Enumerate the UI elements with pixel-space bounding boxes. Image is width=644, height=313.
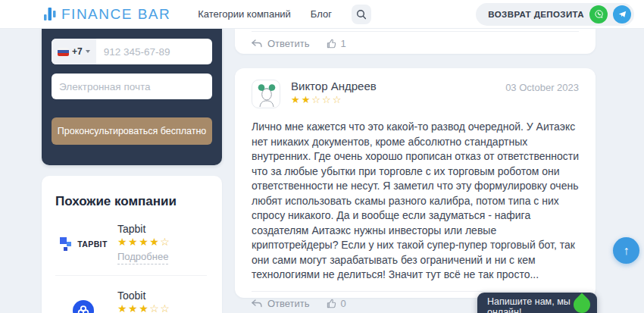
like-button[interactable]: 0 [327, 298, 346, 309]
deposit-return-button[interactable]: ВОЗВРАТ ДЕПОЗИТА [476, 3, 634, 26]
email-field [52, 74, 212, 99]
search-button[interactable] [352, 5, 371, 24]
deposit-return-label: ВОЗВРАТ ДЕПОЗИТА [488, 10, 584, 19]
divider [252, 291, 579, 292]
company-row-toobit[interactable]: Toobit ★★★☆☆ Подробнее [55, 290, 207, 313]
tapbit-wordmark: TAPBIT [77, 239, 108, 249]
russia-flag-icon [58, 48, 69, 56]
reply-arrow-icon [252, 299, 262, 308]
phone-input[interactable] [96, 39, 212, 64]
company-rating: ★★★★☆ [117, 236, 170, 248]
like-count: 1 [341, 38, 346, 49]
logo-bars-icon [44, 6, 56, 23]
whatsapp-icon[interactable] [589, 5, 608, 23]
review-card: Виктор Андреев ★★☆☆☆ 03 October 2023 Лич… [235, 68, 596, 298]
previous-review-footer: Ответить 1 [235, 29, 596, 54]
telegram-icon[interactable] [613, 5, 631, 23]
reply-button[interactable]: Ответить [252, 38, 310, 49]
nav-item-blog[interactable]: Блог [311, 8, 332, 20]
like-button[interactable]: 1 [327, 38, 346, 49]
company-details-link[interactable]: Подробнее [117, 251, 168, 264]
scroll-top-button[interactable]: ↑ [613, 237, 639, 264]
phone-code: +7 [72, 46, 83, 57]
search-icon [356, 9, 367, 20]
divider [55, 275, 207, 276]
main-nav: Категории компаний Блог [198, 5, 371, 24]
company-row-tapbit[interactable]: TAPBIT Tapbit ★★★★☆ Подробнее [55, 223, 207, 264]
company-name: Tapbit [117, 223, 170, 235]
chevron-down-icon [86, 50, 90, 53]
country-selector[interactable]: +7 [52, 39, 96, 64]
consult-form: +7 Проконсультироваться бесплатно [42, 29, 222, 165]
tapbit-logo: TAPBIT [55, 236, 111, 252]
reply-button[interactable]: Ответить [252, 298, 310, 309]
divider [252, 31, 579, 32]
logo-text: FINANCE BAR [61, 6, 170, 23]
finance-bar-logo[interactable]: FINANCE BAR [44, 6, 170, 23]
avatar [252, 80, 280, 108]
review-text: Лично мне кажется что это какой-то разво… [252, 120, 579, 283]
thumbs-up-icon [327, 299, 336, 308]
similar-companies-title: Похожие компании [55, 194, 207, 209]
chat-widget[interactable]: Напишите нам, мы онлайн! [477, 293, 597, 313]
review-author: Виктор Андреев [291, 80, 377, 92]
phone-field: +7 [52, 39, 212, 64]
company-name: Toobit [117, 290, 170, 302]
toobit-logo [55, 300, 111, 313]
arrow-up-icon: ↑ [624, 244, 630, 258]
like-count: 0 [341, 298, 346, 309]
email-input[interactable] [52, 74, 212, 99]
review-rating: ★★☆☆☆ [291, 95, 377, 105]
similar-companies-card: Похожие компании TAPBIT Tapbit ★★★★☆ Под… [42, 176, 222, 313]
thumbs-up-icon [327, 39, 336, 49]
review-date: 03 October 2023 [505, 80, 579, 93]
nav-item-categories[interactable]: Категории компаний [198, 8, 291, 20]
header: FINANCE BAR Категории компаний Блог ВОЗВ… [0, 0, 644, 29]
company-rating: ★★★☆☆ [117, 303, 170, 313]
reply-arrow-icon [252, 39, 262, 48]
consult-submit-button[interactable]: Проконсультироваться бесплатно [52, 117, 212, 145]
